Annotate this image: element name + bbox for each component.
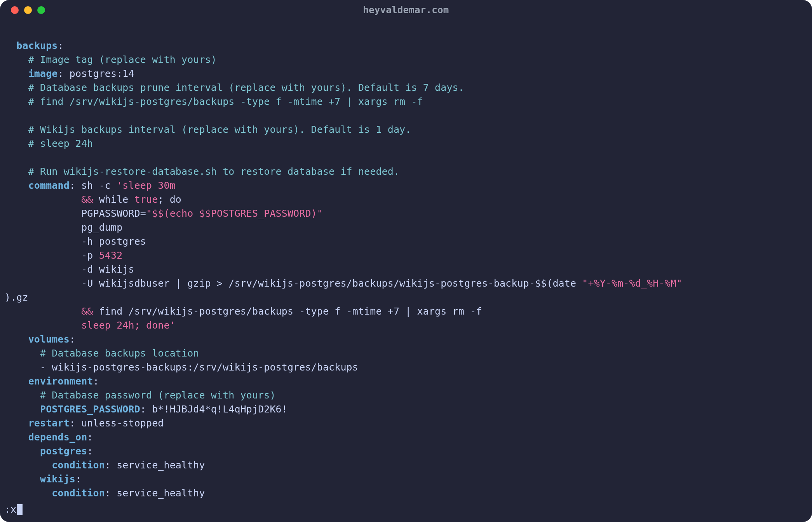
colon: : <box>93 376 99 387</box>
indent <box>5 180 28 191</box>
shell-text: ).gz <box>5 292 28 303</box>
shell-text: ; do <box>158 194 181 205</box>
colon: : <box>87 445 93 457</box>
indent <box>5 418 28 429</box>
shell-string: 'sleep 30m <box>117 180 176 191</box>
yaml-key-command: command <box>28 180 70 191</box>
indent <box>5 432 28 443</box>
indent <box>5 445 40 457</box>
indent <box>5 459 52 471</box>
command-text: :x <box>5 504 16 515</box>
indent <box>5 390 40 401</box>
indent <box>5 96 28 107</box>
indent <box>5 124 28 135</box>
indent <box>5 306 81 317</box>
indent <box>5 334 28 345</box>
colon: : <box>70 334 75 345</box>
shell-number: 5432 <box>99 250 123 261</box>
indent <box>5 222 81 233</box>
terminal-window: heyvaldemar.com backups: # Image tag (re… <box>0 0 812 522</box>
yaml-comment: # find /srv/wikijs-postgres/backups -typ… <box>28 96 423 107</box>
colon: : <box>105 487 111 499</box>
editor-command-line[interactable]: :x <box>5 504 23 515</box>
yaml-key-volumes: volumes <box>28 334 70 345</box>
yaml-key-condition: condition <box>52 487 105 499</box>
yaml-key-environment: environment <box>28 376 93 387</box>
shell-string: sleep 24h; done' <box>81 320 176 331</box>
yaml-comment: # Database password (replace with yours) <box>40 390 276 401</box>
shell-string: "$$(echo $$POSTGRES_PASSWORD)" <box>146 208 323 219</box>
yaml-key-image: image <box>28 68 58 79</box>
shell-operator-and: && <box>81 306 93 317</box>
indent <box>5 320 81 331</box>
yaml-key-backups: backups <box>16 40 58 51</box>
yaml-comment: # sleep 24h <box>28 138 93 149</box>
colon: : <box>87 432 93 443</box>
yaml-comment: # Database backups prune interval (repla… <box>28 82 464 93</box>
yaml-key-dep-wikijs: wikijs <box>40 473 75 485</box>
shell-text: PGPASSWORD= <box>81 208 146 219</box>
yaml-list-item: - wikijs-postgres-backups:/srv/wikijs-po… <box>40 362 358 373</box>
shell-text: -d wikijs <box>81 264 134 275</box>
yaml-value-image: postgres:14 <box>64 68 134 79</box>
colon: : <box>58 40 64 51</box>
shell-string: "+%Y-%m-%d_%H-%M" <box>582 278 682 289</box>
indent <box>5 278 81 289</box>
shell-text: -p <box>81 250 99 261</box>
indent <box>5 236 81 247</box>
indent <box>5 487 52 499</box>
indent <box>5 166 28 177</box>
colon: : <box>58 68 64 79</box>
shell-text: -h postgres <box>81 236 146 247</box>
indent <box>5 40 16 51</box>
colon: : <box>70 180 75 191</box>
terminal-content[interactable]: backups: # Image tag (replace with yours… <box>0 20 812 500</box>
colon: : <box>105 459 111 471</box>
shell-keyword-true: true <box>134 194 158 205</box>
indent <box>5 54 28 65</box>
yaml-key-dep-postgres: postgres <box>40 445 87 457</box>
indent <box>5 138 28 149</box>
shell-text: pg_dump <box>81 222 122 233</box>
yaml-comment: # Image tag (replace with yours) <box>28 54 217 65</box>
indent <box>5 82 28 93</box>
cursor-icon <box>17 504 23 515</box>
yaml-value-password: b*!HJBJd4*q!L4qHpjD2K6! <box>146 404 288 415</box>
indent <box>5 376 28 387</box>
window-title: heyvaldemar.com <box>0 5 812 16</box>
indent <box>5 362 40 373</box>
shell-text: -U wikijsdbuser | gzip > /srv/wikijs-pos… <box>81 278 582 289</box>
indent <box>5 348 40 359</box>
indent <box>5 68 28 79</box>
yaml-key-restart: restart <box>28 418 70 429</box>
window-titlebar: heyvaldemar.com <box>0 0 812 20</box>
indent <box>5 404 40 415</box>
yaml-value-condition: service_healthy <box>111 459 205 471</box>
yaml-key-depends-on: depends_on <box>28 432 87 443</box>
yaml-comment: # Run wikijs-restore-database.sh to rest… <box>28 166 399 177</box>
yaml-key-condition: condition <box>52 459 105 471</box>
yaml-value-condition: service_healthy <box>111 487 205 499</box>
shell-text: sh -c <box>75 180 117 191</box>
indent <box>5 250 81 261</box>
shell-text: while <box>93 194 134 205</box>
indent <box>5 264 81 275</box>
indent <box>5 473 40 485</box>
shell-operator-and: && <box>81 194 93 205</box>
indent <box>5 208 81 219</box>
yaml-comment: # Wikijs backups interval (replace with … <box>28 124 411 135</box>
yaml-key-postgres-password: POSTGRES_PASSWORD <box>40 404 140 415</box>
yaml-comment: # Database backups location <box>40 348 199 359</box>
yaml-value-restart: unless-stopped <box>75 418 164 429</box>
colon: : <box>70 418 75 429</box>
indent <box>5 194 81 205</box>
colon: : <box>140 404 146 415</box>
shell-text: find /srv/wikijs-postgres/backups -type … <box>93 306 482 317</box>
colon: : <box>75 473 81 485</box>
